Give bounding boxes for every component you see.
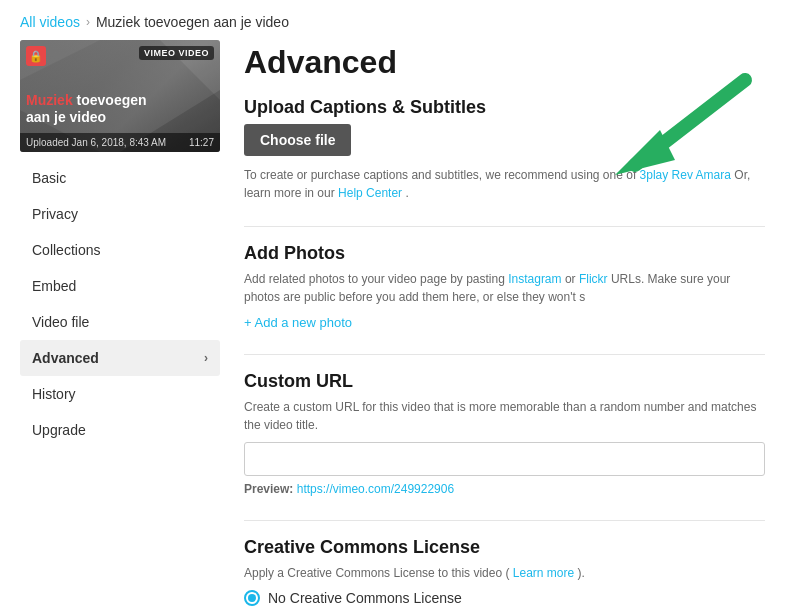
captions-section: Upload Captions & Subtitles Choose file … [244, 97, 765, 202]
nav-list: Basic Privacy Collections Embed Video fi… [20, 160, 220, 448]
custom-url-section: Custom URL Create a custom URL for this … [244, 371, 765, 496]
sidebar-item-label: History [32, 386, 76, 402]
photos-title: Add Photos [244, 243, 765, 264]
cc-description: Apply a Creative Commons License to this… [244, 564, 765, 582]
instagram-link[interactable]: Instagram [508, 272, 561, 286]
thumb-footer: Uploaded Jan 6, 2018, 8:43 AM 11:27 [20, 133, 220, 152]
captions-desc-text4: . [405, 186, 408, 200]
photos-or-text: or [565, 272, 579, 286]
captions-desc-text: To create or purchase captions and subti… [244, 168, 640, 182]
help-center-link[interactable]: Help Center [338, 186, 402, 200]
video-thumbnail[interactable]: 🔒 VIMEO VIDEO Muziek toevoegenaan je vid… [20, 40, 220, 152]
sidebar-item-video-file[interactable]: Video file [20, 304, 220, 340]
thumb-title: Muziek toevoegenaan je video [26, 92, 214, 126]
sidebar-item-label: Upgrade [32, 422, 86, 438]
cc-learn-more-link[interactable]: Learn more [513, 566, 574, 580]
photos-desc-text: Add related photos to your video page by… [244, 272, 508, 286]
sidebar-item-embed[interactable]: Embed [20, 268, 220, 304]
preview-label: Preview: [244, 482, 293, 496]
all-videos-link[interactable]: All videos [20, 14, 80, 30]
photos-section: Add Photos Add related photos to your vi… [244, 243, 765, 330]
content-area: Advanced Upload Captions & Subtitles Cho… [244, 40, 765, 609]
creative-commons-section: Creative Commons License Apply a Creativ… [244, 537, 765, 606]
choose-file-button[interactable]: Choose file [244, 124, 351, 156]
url-preview: Preview: https://vimeo.com/249922906 [244, 482, 765, 496]
sidebar-item-label: Privacy [32, 206, 78, 222]
sidebar-item-history[interactable]: History [20, 376, 220, 412]
preview-url-link[interactable]: https://vimeo.com/249922906 [297, 482, 454, 496]
cc-radio-row[interactable]: No Creative Commons License [244, 590, 765, 606]
page-title: Advanced [244, 44, 765, 81]
divider-2 [244, 354, 765, 355]
sidebar-item-label: Basic [32, 170, 66, 186]
video-duration: 11:27 [189, 137, 214, 148]
sidebar-item-label: Video file [32, 314, 89, 330]
cc-radio-button[interactable] [244, 590, 260, 606]
add-photo-link[interactable]: + Add a new photo [244, 315, 352, 330]
cc-desc-text2: ). [578, 566, 585, 580]
breadcrumb: All videos › Muziek toevoegen aan je vid… [0, 0, 785, 40]
sidebar-item-label: Advanced [32, 350, 99, 366]
sidebar-item-advanced[interactable]: Advanced › [20, 340, 220, 376]
sidebar: 🔒 VIMEO VIDEO Muziek toevoegenaan je vid… [20, 40, 220, 609]
chevron-right-icon: › [204, 351, 208, 365]
sidebar-item-collections[interactable]: Collections [20, 232, 220, 268]
sidebar-item-label: Embed [32, 278, 76, 294]
breadcrumb-current: Muziek toevoegen aan je video [96, 14, 289, 30]
divider-1 [244, 226, 765, 227]
sidebar-item-label: Collections [32, 242, 100, 258]
cc-title: Creative Commons License [244, 537, 765, 558]
flickr-link[interactable]: Flickr [579, 272, 608, 286]
custom-url-input[interactable] [244, 442, 765, 476]
breadcrumb-separator: › [86, 15, 90, 29]
captions-description: To create or purchase captions and subti… [244, 166, 765, 202]
custom-url-title: Custom URL [244, 371, 765, 392]
sidebar-item-upgrade[interactable]: Upgrade [20, 412, 220, 448]
video-badge: VIMEO VIDEO [139, 46, 214, 60]
divider-3 [244, 520, 765, 521]
sidebar-item-basic[interactable]: Basic [20, 160, 220, 196]
rev-amara-link[interactable]: Rev Amara [672, 168, 731, 182]
video-upload-date: Uploaded Jan 6, 2018, 8:43 AM [26, 137, 166, 148]
cc-desc-text: Apply a Creative Commons License to this… [244, 566, 509, 580]
sidebar-item-privacy[interactable]: Privacy [20, 196, 220, 232]
3play-link[interactable]: 3play [640, 168, 669, 182]
captions-title: Upload Captions & Subtitles [244, 97, 765, 118]
cc-radio-label: No Creative Commons License [268, 590, 462, 606]
lock-icon: 🔒 [26, 46, 46, 66]
custom-url-description: Create a custom URL for this video that … [244, 398, 765, 434]
photos-description: Add related photos to your video page by… [244, 270, 765, 306]
